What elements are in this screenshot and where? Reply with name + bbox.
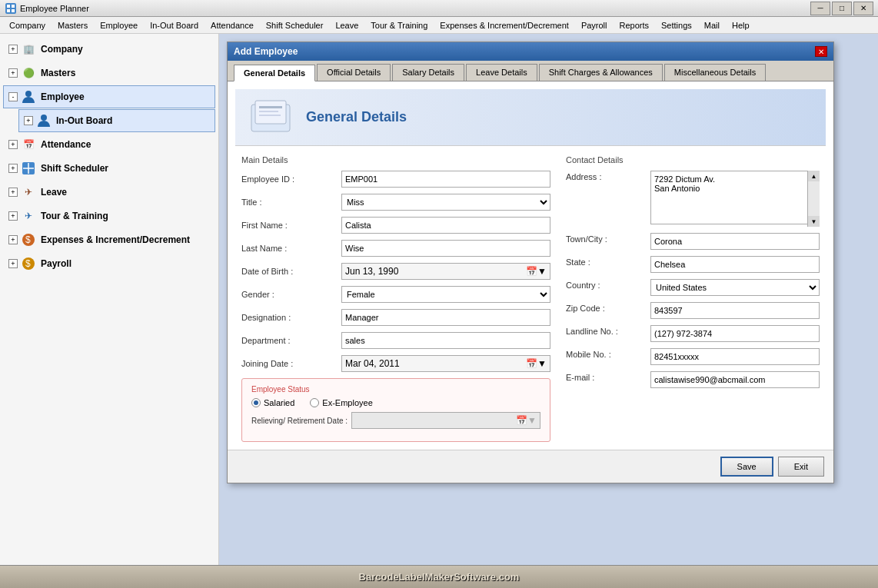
- dob-row: Date of Birth : Jun 13, 1990 📅▼: [241, 263, 550, 280]
- status-ex-employee[interactable]: Ex-Employee: [310, 398, 372, 407]
- menu-employee[interactable]: Employee: [94, 19, 144, 32]
- sidebar-item-leave[interactable]: + ✈ Leave: [3, 181, 215, 204]
- department-input[interactable]: [341, 332, 550, 349]
- address-textarea[interactable]: 7292 Dictum Av. San Antonio: [650, 171, 820, 224]
- joining-calendar-icon[interactable]: 📅▼: [526, 358, 547, 369]
- sidebar-label-shift: Shift Scheduler: [41, 163, 108, 174]
- sidebar-item-company[interactable]: + 🏢 Company: [3, 38, 215, 61]
- relieving-label: Relieving/ Retirement Date :: [251, 417, 351, 425]
- sidebar-item-masters[interactable]: + 🟢 Masters: [3, 61, 215, 85]
- sidebar-label-inout: In-Out Board: [56, 115, 112, 126]
- firstname-label: First Name :: [241, 221, 341, 230]
- gender-row: Gender : Female Male Other: [241, 286, 550, 303]
- menu-tour[interactable]: Tour & Training: [364, 19, 434, 32]
- address-scroll-down[interactable]: ▼: [808, 216, 820, 227]
- expand-leave[interactable]: +: [8, 188, 18, 197]
- towncity-input[interactable]: [650, 233, 820, 250]
- state-input[interactable]: [650, 256, 820, 273]
- save-button[interactable]: Save: [720, 457, 773, 477]
- title-select[interactable]: Miss Mr Mrs Dr: [341, 194, 550, 211]
- menu-attendance[interactable]: Attendance: [205, 19, 260, 32]
- designation-label: Designation :: [241, 313, 341, 322]
- svg-text:$: $: [25, 234, 31, 245]
- sidebar-item-shift[interactable]: + Shift Scheduler: [3, 157, 215, 180]
- designation-input[interactable]: [341, 309, 550, 326]
- sidebar-label-expenses: Expenses & Increment/Decrement: [41, 234, 190, 245]
- gender-label: Gender :: [241, 290, 341, 299]
- expand-masters[interactable]: +: [8, 68, 18, 78]
- form-area: Main Details Employee ID : Title : Miss …: [235, 155, 826, 442]
- expand-company[interactable]: +: [8, 45, 18, 54]
- menu-shift[interactable]: Shift Scheduler: [260, 19, 330, 32]
- expand-attendance[interactable]: +: [8, 140, 18, 149]
- svg-rect-4: [12, 9, 15, 12]
- menu-leave[interactable]: Leave: [329, 19, 364, 32]
- joining-value: Mar 04, 2011: [345, 358, 400, 369]
- expand-employee[interactable]: -: [8, 92, 18, 101]
- towncity-row: Town/City :: [566, 233, 820, 250]
- exit-button[interactable]: Exit: [778, 457, 824, 477]
- sidebar-item-expenses[interactable]: + $ Expenses & Increment/Decrement: [3, 228, 215, 251]
- zipcode-input[interactable]: [650, 302, 820, 319]
- status-salaried[interactable]: Salaried: [251, 398, 294, 407]
- email-row: E-mail :: [566, 371, 820, 388]
- sidebar-item-employee[interactable]: - Employee: [3, 85, 215, 108]
- state-label: State :: [566, 256, 650, 267]
- gender-select[interactable]: Female Male Other: [341, 286, 550, 303]
- ex-employee-radio[interactable]: [310, 398, 319, 407]
- relieving-calendar-icon[interactable]: 📅▼: [516, 415, 537, 426]
- tab-shift-charges[interactable]: Shift Charges & Allowances: [539, 64, 663, 81]
- status-radio-group: Salaried Ex-Employee: [251, 398, 540, 407]
- country-select[interactable]: United States United Kingdom Canada Indi…: [650, 279, 820, 296]
- sidebar-item-payroll[interactable]: + $ Payroll: [3, 252, 215, 275]
- add-employee-dialog: Add Employee ✕ General Details Official …: [227, 42, 834, 483]
- sidebar-item-inout[interactable]: + In-Out Board: [18, 109, 215, 132]
- country-row: Country : United States United Kingdom C…: [566, 279, 820, 296]
- menu-mail[interactable]: Mail: [698, 19, 726, 32]
- address-row: Address : 7292 Dictum Av. San Antonio ▲ …: [566, 171, 820, 227]
- tab-misc-details[interactable]: Miscellaneous Details: [664, 64, 766, 81]
- app-icon: [5, 2, 17, 15]
- sidebar-item-tour[interactable]: + ✈ Tour & Training: [3, 204, 215, 228]
- landline-input[interactable]: [650, 325, 820, 342]
- address-scroll-up[interactable]: ▲: [808, 171, 820, 181]
- menu-reports[interactable]: Reports: [614, 19, 656, 32]
- landline-row: Landline No. :: [566, 325, 820, 342]
- svg-point-5: [25, 91, 32, 97]
- menu-help[interactable]: Help: [726, 19, 756, 32]
- tab-official-details[interactable]: Official Details: [317, 64, 391, 81]
- tab-general-details[interactable]: General Details: [234, 65, 315, 81]
- zipcode-row: Zip Code :: [566, 302, 820, 319]
- expand-inout[interactable]: +: [24, 116, 33, 125]
- minimize-button[interactable]: ─: [810, 2, 830, 15]
- lastname-input[interactable]: [341, 240, 550, 257]
- employee-id-input[interactable]: [341, 171, 550, 188]
- tab-leave-details[interactable]: Leave Details: [466, 64, 537, 81]
- sidebar-item-attendance[interactable]: + 📅 Attendance: [3, 133, 215, 156]
- ex-employee-label: Ex-Employee: [322, 398, 372, 407]
- menu-company[interactable]: Company: [3, 19, 52, 32]
- menu-expenses[interactable]: Expenses & Increment/Decrement: [434, 19, 575, 32]
- title-label: Title :: [241, 198, 341, 207]
- mobile-input[interactable]: [650, 348, 820, 365]
- menu-masters[interactable]: Masters: [52, 19, 94, 32]
- expand-payroll[interactable]: +: [8, 259, 18, 268]
- calendar-icon[interactable]: 📅▼: [526, 266, 547, 277]
- menu-settings[interactable]: Settings: [655, 19, 698, 32]
- window-close-button[interactable]: ✕: [853, 2, 873, 15]
- menu-payroll[interactable]: Payroll: [575, 19, 614, 32]
- dob-label: Date of Birth :: [241, 267, 341, 276]
- expand-shift[interactable]: +: [8, 164, 18, 173]
- maximize-button[interactable]: □: [832, 2, 852, 15]
- menu-inout[interactable]: In-Out Board: [144, 19, 205, 32]
- tab-salary-details[interactable]: Salary Details: [392, 64, 464, 81]
- app-title: Employee Planner: [20, 4, 810, 13]
- dialog-close-button[interactable]: ✕: [815, 46, 827, 57]
- expand-expenses[interactable]: +: [8, 235, 18, 244]
- state-row: State :: [566, 256, 820, 273]
- salaried-radio[interactable]: [251, 398, 261, 407]
- title-row: Title : Miss Mr Mrs Dr: [241, 194, 550, 211]
- expand-tour[interactable]: +: [8, 211, 18, 221]
- email-input[interactable]: [650, 371, 820, 388]
- firstname-input[interactable]: [341, 217, 550, 234]
